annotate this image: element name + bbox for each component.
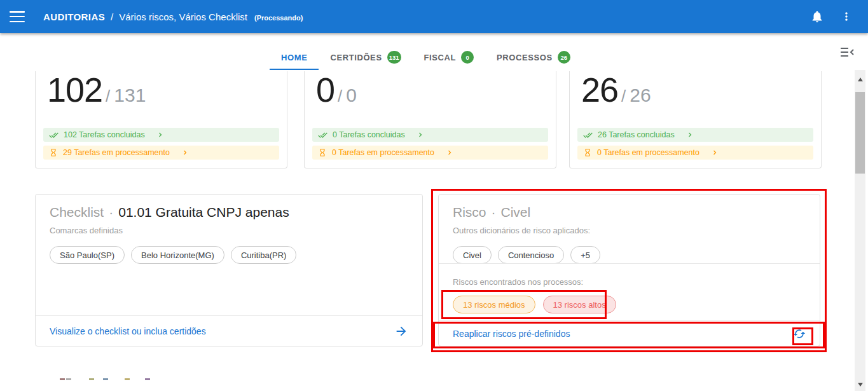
vertical-scrollbar[interactable]	[855, 70, 865, 391]
stat-value: 102	[47, 72, 102, 107]
stat-number: 0 /0	[305, 71, 556, 107]
risks-found-label: Riscos encontrados nos processos:	[453, 277, 583, 287]
clipped-content-fragment	[60, 378, 65, 380]
tasks-processing-label: 0 Tarefas em processamento	[597, 148, 699, 157]
chevron-right-icon	[156, 131, 164, 139]
breadcrumb-status: (Processando)	[254, 14, 303, 22]
chevron-right-icon	[446, 149, 453, 156]
card-title-name: Civel	[501, 205, 531, 220]
reapply-risks-label: Reaplicar riscos pré-definidos	[453, 329, 570, 339]
tasks-done-label: 26 Tarefas concluidas	[598, 130, 675, 139]
stat-number: 26 /26	[570, 71, 821, 107]
clipped-content-fragment	[66, 378, 71, 380]
stat-total: 131	[114, 85, 146, 106]
hamburger-menu-icon[interactable]	[10, 11, 25, 22]
tab-certidoes[interactable]: CERTIDÕES 131	[319, 45, 412, 70]
clipped-content-fragment	[89, 378, 94, 380]
stat-total: 0	[346, 85, 357, 106]
tab-label: CERTIDÕES	[330, 53, 382, 62]
breadcrumb: AUDITORIAS / Vários riscos, Vários Check…	[43, 11, 303, 22]
arrow-forward-icon[interactable]	[394, 324, 408, 338]
chevron-right-icon	[686, 131, 694, 139]
tab-fiscal[interactable]: FISCAL 0	[413, 45, 486, 70]
tasks-processing-row[interactable]: 29 Tarefas em processamento	[43, 146, 279, 160]
tasks-processing-label: 0 Tarefas em processamento	[332, 148, 434, 157]
app-header: AUDITORIAS / Vários riscos, Vários Check…	[0, 0, 868, 33]
card-title-name: 01.01 Gratuita CNPJ apenas	[118, 205, 289, 220]
tasks-done-row[interactable]: 0 Tarefas concluidas	[312, 128, 548, 142]
card-title-prefix: Checklist	[50, 205, 104, 220]
active-tab-underline	[270, 69, 319, 70]
tasks-done-label: 102 Tarefas concluidas	[64, 130, 145, 139]
stat-separator: /	[621, 86, 626, 106]
screen: AUDITORIAS / Vários riscos, Vários Check…	[0, 0, 868, 391]
dictionary-chip-more[interactable]: +5	[570, 246, 600, 264]
chevron-right-icon	[417, 131, 424, 139]
stat-value: 26	[581, 72, 618, 107]
hourglass-icon	[49, 148, 58, 157]
scroll-down-arrow[interactable]	[855, 379, 865, 390]
tab-bar: HOME CERTIDÕES 131 FISCAL 0 PROCESSOS 26	[270, 45, 582, 70]
tasks-done-row[interactable]: 102 Tarefas concluidas	[43, 128, 279, 142]
clipped-content-fragment	[145, 378, 150, 380]
chevron-right-icon	[181, 149, 189, 156]
scrollbar-thumb[interactable]	[855, 92, 865, 174]
tab-label: PROCESSOS	[497, 53, 553, 62]
checklist-footer-link[interactable]: Visualize o checklist ou inclua certidõe…	[36, 315, 422, 346]
risk-card-title: Risco · Civel	[453, 205, 806, 220]
hourglass-icon	[318, 148, 327, 157]
breadcrumb-title: Vários riscos, Vários Checklist	[119, 11, 247, 22]
card-title-dot: ·	[109, 205, 113, 220]
dictionary-chip: Civel	[453, 246, 492, 264]
dictionaries-label: Outros dicionários de risco aplicados:	[453, 226, 806, 235]
done-all-icon	[318, 130, 327, 140]
dictionary-chip-row: Civel Contencioso +5	[453, 246, 806, 264]
comarca-chip-row: São Paulo(SP) Belo Horizonte(MG) Curitib…	[50, 246, 408, 264]
tasks-done-label: 0 Tarefas concluidas	[333, 130, 405, 139]
card-title-prefix: Risco	[453, 205, 486, 220]
tasks-processing-label: 29 Tarefas em processamento	[63, 148, 170, 157]
tab-home[interactable]: HOME	[270, 45, 319, 70]
checklist-card: Checklist · 01.01 Gratuita CNPJ apenas C…	[35, 194, 423, 346]
appbar-actions	[809, 9, 868, 24]
risk-chip-high[interactable]: 13 riscos altos	[543, 296, 616, 313]
comarcas-label: Comarcas definidas	[50, 226, 408, 235]
done-all-icon	[49, 130, 59, 140]
dictionary-chip: Contencioso	[498, 246, 564, 264]
stat-total: 26	[630, 85, 651, 106]
tab-label: FISCAL	[424, 53, 457, 62]
scroll-up-arrow[interactable]	[855, 74, 865, 85]
tab-label: HOME	[281, 53, 307, 62]
comarca-chip: Curitiba(PR)	[231, 246, 297, 264]
stat-card-fiscal: 0 /0 0 Tarefas concluidas 0 Tarefas em p…	[304, 71, 556, 168]
chevron-right-icon	[711, 149, 719, 156]
tab-processos[interactable]: PROCESSOS 26	[485, 45, 582, 70]
refresh-sync-icon[interactable]	[793, 327, 806, 340]
hourglass-icon	[583, 148, 592, 157]
comarca-chip: São Paulo(SP)	[50, 246, 125, 264]
card-title-dot: ·	[492, 205, 496, 220]
tasks-processing-row[interactable]: 0 Tarefas em processamento	[312, 146, 548, 160]
risk-chip-medium[interactable]: 13 riscos médios	[453, 296, 535, 313]
tab-badge: 131	[387, 51, 401, 64]
risk-card: Risco · Civel Outros dicionários de risc…	[438, 194, 820, 346]
reapply-risks-link[interactable]: Reaplicar riscos pré-definidos	[439, 320, 820, 346]
stat-separator: /	[338, 86, 342, 106]
menu-open-icon[interactable]	[839, 46, 855, 59]
breadcrumb-separator: /	[111, 11, 113, 22]
stat-card-certidoes: 102 /131 102 Tarefas concluidas 29 Taref…	[35, 71, 287, 168]
notifications-bell-icon[interactable]	[809, 9, 825, 24]
checklist-footer-label: Visualize o checklist ou inclua certidõe…	[50, 326, 206, 336]
done-all-icon	[583, 130, 593, 140]
kebab-menu-icon[interactable]	[839, 9, 854, 24]
stat-card-processos: 26 /26 26 Tarefas concluidas 0 Tarefas e…	[569, 71, 822, 168]
tab-badge: 0	[461, 51, 474, 64]
clipped-content-fragment	[103, 378, 108, 380]
tasks-processing-row[interactable]: 0 Tarefas em processamento	[577, 146, 813, 160]
comarca-chip: Belo Horizonte(MG)	[131, 246, 224, 264]
clipped-content-fragment	[125, 378, 130, 380]
tab-badge: 26	[558, 51, 570, 64]
tasks-done-row[interactable]: 26 Tarefas concluidas	[577, 128, 813, 142]
breadcrumb-section[interactable]: AUDITORIAS	[43, 11, 105, 22]
risk-chip-row: 13 riscos médios 13 riscos altos	[453, 296, 616, 313]
